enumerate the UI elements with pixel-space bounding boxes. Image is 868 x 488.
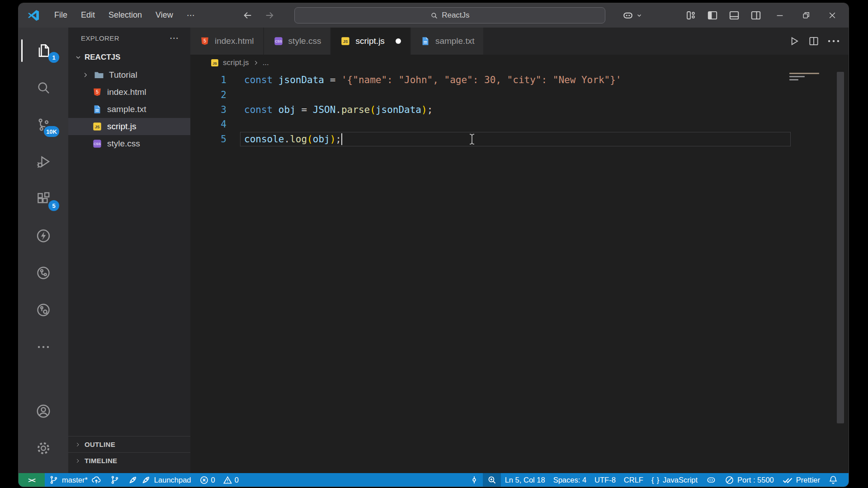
- branch-icon: [110, 475, 120, 485]
- tree-item-script-js[interactable]: JSscript.js: [68, 118, 190, 135]
- activitybar-extensions[interactable]: 5: [19, 180, 68, 217]
- close-button[interactable]: [821, 3, 844, 28]
- vertical-scrollbar[interactable]: [837, 72, 844, 423]
- toggle-primary-sidebar-icon[interactable]: [703, 6, 722, 24]
- minimap[interactable]: [789, 73, 821, 82]
- tabs: 5index.htmlCSSstyle.cssJSscript.jssample…: [190, 28, 484, 55]
- tree-item-sample-txt[interactable]: sample.txt: [68, 101, 190, 118]
- restore-button[interactable]: [794, 3, 818, 28]
- breadcrumb-more: ...: [263, 58, 269, 67]
- code-line-3: 3const obj = JSON.parse(jsonData);: [190, 102, 849, 117]
- section-label: TIMELINE: [85, 457, 117, 465]
- menu-edit[interactable]: Edit: [74, 8, 102, 23]
- remote-indicator[interactable]: ><: [19, 473, 45, 487]
- status-label: master*: [62, 476, 88, 484]
- status-items: master*Launchpad00Ln 5, Col 18Spaces: 4U…: [45, 473, 849, 487]
- activitybar-thunder-client[interactable]: [19, 217, 68, 254]
- activitybar-more[interactable]: [19, 328, 68, 366]
- title-bar: FileEditSelectionView⋯ ReactJs: [19, 3, 849, 28]
- explorer-actions-icon[interactable]: ⋯: [170, 33, 179, 43]
- customize-layout-icon[interactable]: [681, 6, 700, 24]
- chevron-down-icon: [636, 12, 642, 19]
- status-notifications[interactable]: [824, 473, 842, 487]
- debug-icon: [36, 154, 51, 169]
- status-launchpad[interactable]: Launchpad: [124, 473, 195, 487]
- back-arrow-icon[interactable]: [240, 8, 255, 23]
- lightning-circle-icon: [35, 228, 52, 244]
- line-content: console.log(obj);: [226, 134, 341, 145]
- menu-file[interactable]: File: [47, 8, 74, 23]
- code-line-2: 2: [190, 88, 849, 103]
- activitybar-source-control[interactable]: 10K: [19, 106, 68, 143]
- section-timeline[interactable]: TIMELINE: [68, 452, 190, 469]
- activitybar-explorer[interactable]: 1: [19, 32, 68, 69]
- status-cursor-position[interactable]: Ln 5, Col 18: [501, 473, 549, 487]
- status-label: Ln 5, Col 18: [505, 476, 545, 484]
- tab-style-css[interactable]: CSSstyle.css: [264, 28, 330, 55]
- activitybar-settings[interactable]: [19, 430, 68, 467]
- code-editor[interactable]: 1const jsonData = '{"name": "John", "age…: [190, 71, 849, 473]
- status-plug[interactable]: [466, 473, 483, 487]
- activitybar-git-file-history[interactable]: [19, 291, 68, 328]
- command-center-search[interactable]: ReactJs: [294, 7, 605, 23]
- status-screencast-zoom[interactable]: [483, 473, 501, 487]
- status-problems-count: 0: [199, 475, 215, 485]
- menu-selection[interactable]: Selection: [102, 8, 149, 23]
- plug-icon: [470, 475, 479, 484]
- tab-index-html[interactable]: 5index.html: [190, 28, 263, 55]
- tab-bar: 5index.htmlCSSstyle.cssJSscript.jssample…: [190, 28, 849, 55]
- status-git-graph-status[interactable]: [106, 473, 124, 487]
- toggle-panel-icon[interactable]: [725, 6, 744, 24]
- editor-group: 5index.htmlCSSstyle.cssJSscript.jssample…: [190, 28, 849, 473]
- status-encoding[interactable]: UTF-8: [590, 473, 620, 487]
- tab-label: script.js: [355, 36, 384, 46]
- tab-sample-txt[interactable]: sample.txt: [411, 28, 484, 55]
- tree-item-index-html[interactable]: 5index.html: [68, 84, 190, 101]
- line-number: 1: [190, 75, 226, 85]
- html-icon: 5: [199, 36, 210, 47]
- activitybar-account[interactable]: [19, 393, 68, 430]
- zoom-plus-icon: [487, 475, 497, 485]
- tree-item-tutorial[interactable]: Tutorial: [68, 66, 190, 84]
- html-icon: 5: [92, 87, 103, 98]
- line-number: 4: [190, 119, 226, 130]
- tree-root-reactjs[interactable]: REACTJS: [68, 48, 190, 66]
- activitybar-git-graph[interactable]: [19, 254, 68, 291]
- forward-arrow-icon[interactable]: [262, 8, 277, 23]
- svg-text:JS: JS: [212, 61, 217, 66]
- modified-dot-icon[interactable]: [396, 38, 401, 44]
- status-copilot-status[interactable]: [702, 473, 721, 487]
- status-label: UTF-8: [594, 476, 616, 484]
- tab-script-js[interactable]: JSscript.js: [331, 28, 410, 55]
- status-live-server-port[interactable]: Port : 5500: [721, 473, 778, 487]
- more-actions-button[interactable]: [826, 33, 841, 49]
- ellipsis-icon: [826, 33, 841, 49]
- status-git-branch[interactable]: master*: [45, 473, 106, 487]
- status-prettier[interactable]: Prettier: [778, 473, 824, 487]
- status-problems[interactable]: 00: [195, 473, 247, 487]
- breadcrumb[interactable]: JS script.js ...: [190, 55, 849, 71]
- section-label: OUTLINE: [85, 441, 115, 448]
- run-code-button[interactable]: [786, 33, 802, 49]
- line-content: const jsonData = '{"name": "John", "age"…: [226, 75, 621, 85]
- code-line-5: 5console.log(obj);: [190, 132, 849, 147]
- activitybar-run-debug[interactable]: [19, 143, 68, 180]
- menu-view[interactable]: View: [149, 8, 180, 23]
- split-editor-button[interactable]: [806, 33, 821, 49]
- svg-text:CSS: CSS: [94, 142, 101, 146]
- status-language-mode[interactable]: { }JavaScript: [647, 473, 702, 487]
- menu-⋯[interactable]: ⋯: [180, 8, 202, 23]
- svg-text:JS: JS: [343, 39, 348, 44]
- screen: FileEditSelectionView⋯ ReactJs: [0, 0, 868, 488]
- cloud-upload-icon: [91, 474, 102, 485]
- status-eol-sequence[interactable]: CRLF: [620, 473, 647, 487]
- minimize-button[interactable]: [768, 3, 792, 28]
- section-outline[interactable]: OUTLINE: [68, 436, 190, 452]
- status-indentation[interactable]: Spaces: 4: [549, 473, 590, 487]
- toggle-secondary-sidebar-icon[interactable]: [746, 6, 765, 24]
- copilot-menu[interactable]: [622, 9, 642, 22]
- error-circle-icon: [199, 475, 209, 485]
- activitybar-search[interactable]: [19, 69, 68, 106]
- tree-item-style-css[interactable]: CSSstyle.css: [68, 135, 190, 152]
- rocket-icon: [128, 475, 138, 485]
